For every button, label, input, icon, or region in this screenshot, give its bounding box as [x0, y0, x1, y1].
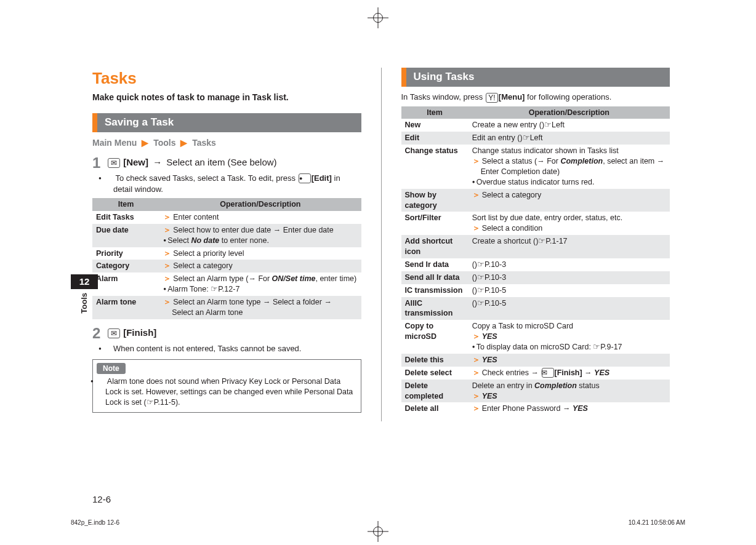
chevron-icon: ＞: [472, 191, 480, 199]
footer-left: 842p_E.indb 12-6: [71, 519, 119, 527]
desc-cell: ＞Select a category: [159, 260, 361, 272]
two-column-layout: Tasks Make quick notes of task to manage…: [92, 68, 670, 421]
chevron-icon: ＞: [472, 392, 480, 400]
emphasis: YES: [482, 332, 497, 341]
table-row: Change statusChange status indicator sho…: [401, 145, 670, 189]
note-text-1: Alarm tone does not sound when Privacy K…: [105, 377, 353, 407]
step-number: 2: [92, 325, 107, 341]
desc-line: Enter Completion date): [472, 167, 666, 177]
page-number: 12-6: [92, 493, 111, 506]
desc-cell: Create a shortcut ()☞P.1-17: [468, 235, 670, 258]
item-cell: Category: [92, 260, 159, 272]
table-row: Sort/FilterSort list by due date, entry …: [401, 212, 670, 235]
page-ref: ☞P.1-17: [538, 237, 567, 245]
page-subtitle: Make quick notes of task to manage in Ta…: [92, 92, 361, 103]
step-2-body: ✉ [Finish]: [107, 325, 361, 339]
page: 12 Tools Tasks Make quick notes of task …: [0, 0, 756, 545]
page-title: Tasks: [92, 68, 361, 89]
emphasis: YES: [594, 368, 609, 377]
note-text: Alarm tone does not sound when Privacy K…: [98, 376, 356, 408]
bullet-icon: ●: [163, 237, 167, 243]
item-cell: Priority: [92, 247, 159, 260]
item-cell: Alarm: [92, 272, 159, 296]
emphasis: Completion: [534, 381, 577, 390]
center-key-icon: ●: [299, 173, 311, 183]
chevron-icon: ＞: [163, 249, 171, 258]
desc-cell: ＞Select a category: [468, 189, 670, 212]
desc-line: Create a new entry ()☞Left: [472, 120, 666, 130]
desc-cell: Change status indicator shown in Tasks l…: [468, 145, 670, 189]
item-cell: IC transmission: [401, 284, 468, 297]
intro-a: In Tasks window, press: [401, 92, 485, 101]
desc-cell: ＞Enter content: [159, 211, 361, 224]
table-row: IC transmission()☞P.10-5: [401, 284, 670, 297]
item-cell: Delete this: [401, 354, 468, 367]
desc-line: Create a shortcut ()☞P.1-17: [472, 236, 666, 247]
mail-key-icon: ✉: [108, 328, 120, 338]
section-using: Using Tasks: [401, 68, 670, 87]
chapter-label: Tools: [79, 293, 90, 314]
table-row: Delete this＞YES: [401, 354, 670, 367]
desc-line: ● Overdue status indicator turns red.: [472, 177, 666, 188]
chevron-icon: ＞: [163, 213, 171, 221]
desc-cell: ＞Select an Alarm tone type → Select a fo…: [159, 296, 361, 319]
desc-cell: Delete an entry in Completion status＞YES: [468, 380, 670, 403]
col-header-item: Item: [401, 106, 468, 119]
chevron-icon: ＞: [163, 274, 171, 283]
desc-cell: Create a new entry ()☞Left: [468, 119, 670, 132]
chevron-icon: ＞: [472, 356, 480, 364]
emphasis: Completion: [560, 157, 603, 165]
note-box: Note Alarm tone does not sound when Priv…: [92, 359, 361, 413]
mail-key-icon: ✉: [108, 158, 120, 168]
item-cell: Send Ir data: [401, 258, 468, 271]
note-label: Note: [97, 363, 126, 374]
table-header-row: Item Operation/Description: [401, 106, 670, 119]
desc-cell: ＞YES: [468, 354, 670, 367]
col-header-desc: Operation/Description: [468, 106, 670, 119]
chevron-icon: ＞: [472, 332, 480, 341]
col-header-desc: Operation/Description: [159, 198, 361, 211]
step1-sub-a: To check saved Tasks, select a Task. To …: [115, 173, 297, 183]
desc-line: ＞Select a category: [163, 261, 357, 271]
chevron-icon: ＞: [472, 157, 480, 165]
desc-cell: ()☞P.10-5: [468, 284, 670, 297]
desc-line: Delete an entry in Completion status: [472, 381, 666, 391]
table-row: NewCreate a new entry ()☞Left: [401, 119, 670, 132]
desc-cell: Edit an entry ()☞Left: [468, 132, 670, 145]
softkey-menu: [Menu]: [499, 92, 525, 101]
item-cell: Add shortcut icon: [401, 235, 468, 258]
desc-cell: ＞Enter Phone Password → YES: [468, 402, 670, 415]
desc-line: Copy a Task to microSD Card: [472, 321, 666, 332]
item-cell: Delete completed: [401, 380, 468, 403]
desc-cell: ()☞P.10-3: [468, 258, 670, 271]
desc-cell: ＞Check entries → ✉[Finish] → YES: [468, 367, 670, 380]
step-2: 2 ✉ [Finish]: [92, 325, 361, 341]
chevron-icon: ＞: [472, 224, 480, 233]
column-divider: [381, 68, 382, 421]
breadcrumb-tools: Tools: [153, 138, 175, 148]
emphasis: ON/Set time: [272, 274, 316, 283]
desc-line: ()☞P.10-5: [472, 285, 666, 296]
step-1-body: ✉ [New] → Select an item (See below): [107, 155, 361, 169]
table-row: Category＞Select a category: [92, 260, 361, 272]
table-row: Edit Tasks＞Enter content: [92, 211, 361, 224]
desc-cell: Copy a Task to microSD Card＞YES● To disp…: [468, 320, 670, 354]
item-cell: AllIC transmission: [401, 297, 468, 320]
desc-line: Change status indicator shown in Tasks l…: [472, 146, 666, 156]
emphasis: No date: [191, 236, 219, 245]
desc-line: ＞Select an Alarm tone type → Select a fo…: [163, 297, 357, 308]
bullet-icon: ●: [472, 344, 477, 349]
page-ref: ☞P.10-5: [477, 286, 506, 295]
right-column: Using Tasks In Tasks window, press Y![Me…: [401, 68, 670, 421]
desc-line: ＞YES: [472, 391, 666, 402]
step-2-note: When content is not entered, Tasks canno…: [106, 343, 361, 354]
desc-line: ()☞P.10-5: [472, 298, 666, 309]
desc-line: ＞Select an Alarm type (→ For ON/Set time…: [163, 274, 357, 284]
desc-line: ● Alarm Tone: ☞P.12-7: [163, 284, 357, 295]
desc-line: ＞YES: [472, 332, 666, 342]
desc-cell: ＞Select how to enter due date → Enter du…: [159, 224, 361, 247]
chevron-icon: ＞: [472, 368, 480, 377]
desc-line: ＞Select a status (→ For Completion, sele…: [472, 156, 666, 167]
chapter-number: 12: [71, 274, 98, 289]
desc-line: ＞Enter Phone Password → YES: [472, 404, 666, 414]
